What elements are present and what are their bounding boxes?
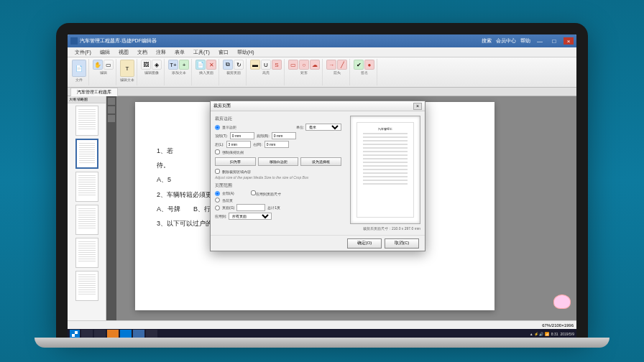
rect-icon[interactable]: ▭ (288, 60, 298, 70)
page-thumb-6[interactable] (75, 271, 98, 301)
page-thumb-2[interactable] (75, 139, 98, 169)
right-input[interactable] (264, 141, 289, 148)
edit-text-icon[interactable]: T (120, 60, 134, 77)
cancel-button[interactable]: 取消(C) (385, 238, 419, 249)
select-icon[interactable]: ▭ (104, 60, 114, 70)
cloud-icon[interactable]: ☁ (310, 60, 320, 70)
zoom-indicator[interactable]: 67%/2100×1996 (542, 323, 574, 328)
clock-date: 2019/5/9 (561, 332, 574, 336)
mascot-icon[interactable] (553, 294, 571, 309)
hand-icon[interactable]: ✋ (93, 60, 103, 70)
maximize-button[interactable]: □ (549, 37, 559, 45)
crop-page-icon[interactable]: ⧉ (223, 60, 233, 70)
task-app-2[interactable] (120, 330, 132, 338)
help-link[interactable]: 帮助 (520, 37, 530, 45)
ellipse-icon[interactable]: ○ (299, 60, 309, 70)
insert-page-icon[interactable]: 📄 (196, 60, 206, 70)
set-selection-button[interactable]: 设为选择框 (300, 157, 341, 166)
menu-window[interactable]: 窗口 (214, 47, 233, 57)
status-bar: 67%/2100×1996 (68, 320, 576, 329)
close-button[interactable]: × (564, 37, 574, 45)
menu-file[interactable]: 文件(F) (70, 47, 96, 57)
document-view[interactable]: 1、若（ C ）的无赔偿优 待。 A、5 2、车辆转籍必须更换（ D ）。 A、… (106, 96, 576, 329)
crop-page-dialog: 裁剪页面 × 裁剪边距 显示边距 单位: 毫米 顶部(T): (210, 101, 426, 251)
hint-text: Adjust size of the paper.Media Size to t… (215, 175, 341, 180)
sign-icon[interactable]: ✔ (354, 60, 364, 70)
pages-radio[interactable] (215, 205, 220, 210)
line-icon[interactable]: ╱ (337, 60, 347, 70)
preview-size-label: 裁剪后页面尺寸：210.0 x 297.0 mm (350, 226, 420, 231)
add-text-icon[interactable]: T+ (168, 60, 178, 70)
ok-button[interactable]: 确定(O) (347, 238, 382, 249)
highlight-icon[interactable]: ▬ (250, 60, 260, 70)
vtool-1[interactable] (108, 98, 115, 105)
view-toolbar (106, 96, 116, 329)
page-thumb-3[interactable] (75, 172, 98, 202)
menu-help[interactable]: 帮助(H) (233, 47, 259, 57)
add-image-icon[interactable]: + (179, 60, 189, 70)
all-pages-radio[interactable] (215, 191, 220, 196)
menu-view[interactable]: 视图 (114, 47, 133, 57)
doc-title: 汽车管理工程题库 (80, 37, 120, 45)
minimize-button[interactable]: — (535, 37, 545, 45)
clock-time[interactable]: 8:31 (551, 332, 558, 336)
dialog-close-button[interactable]: × (413, 103, 422, 110)
top-input[interactable] (230, 132, 254, 139)
task-search[interactable] (81, 330, 93, 338)
pages-input[interactable] (236, 204, 265, 211)
edit-image-icon[interactable]: 🖼 (141, 60, 151, 70)
delete-crop-check[interactable] (215, 169, 220, 174)
apply-to-select[interactable]: 所有页面 (229, 213, 272, 220)
task-app-1[interactable] (107, 330, 119, 338)
crop-preview: 汽车管理工 (350, 116, 420, 224)
left-input[interactable] (226, 141, 251, 148)
menu-tools[interactable]: 工具(T) (189, 47, 214, 57)
stamp-icon[interactable]: ● (364, 60, 374, 70)
menu-edit[interactable]: 编辑 (96, 47, 114, 57)
menu-form[interactable]: 表单 (170, 47, 189, 57)
keep-ratio-check[interactable] (215, 149, 220, 154)
current-page-radio[interactable] (215, 198, 220, 203)
app-name: 迅捷PDF编辑器 (121, 37, 157, 45)
vtool-3[interactable] (108, 115, 115, 122)
ribbon-toolbar: 📄文件 ✋▭编辑 T编辑文本 🖼◈编辑图像 T++添加文本 📄✕插入页面 ⧉↻裁… (68, 57, 576, 88)
dialog-title: 裁剪页面 (213, 103, 231, 109)
reset-zero-button[interactable]: 归为零 (215, 157, 256, 166)
menu-bar: 文件(F) 编辑 视图 文档 注释 表单 工具(T) 窗口 帮助(H) (68, 47, 576, 57)
file-icon[interactable]: 📄 (72, 60, 86, 77)
dialog-titlebar[interactable]: 裁剪页面 × (211, 101, 425, 111)
apply-size-check[interactable] (251, 190, 256, 195)
sidebar-head: 大纲 缩略图 (68, 96, 106, 103)
member-link[interactable]: 会员中心 (496, 37, 516, 45)
document-tab-bar: 汽车管理工程题库 (68, 88, 576, 96)
tray-icons[interactable]: ▲ ⚡ 🔊 📶 (530, 332, 549, 336)
menu-comment[interactable]: 注释 (152, 47, 170, 57)
arrow-icon[interactable]: → (326, 60, 336, 70)
title-bar: 汽车管理工程题库 · 迅捷PDF编辑器 搜索 会员中心 帮助 — □ × (68, 34, 576, 47)
thumbnail-panel: 大纲 缩略图 缩略图 (68, 96, 106, 329)
task-app-3[interactable] (133, 330, 144, 338)
crop-margin-label: 裁剪边距 (215, 116, 341, 122)
rotate-page-icon[interactable]: ↻ (234, 60, 244, 70)
delete-page-icon[interactable]: ✕ (206, 60, 216, 70)
page-thumb-5[interactable] (75, 238, 98, 268)
underline-icon[interactable]: U (261, 60, 271, 70)
windows-taskbar: ▲ ⚡ 🔊 📶 8:31 2019/5/9 (68, 329, 576, 339)
show-margin-radio[interactable] (215, 125, 220, 130)
remove-white-button[interactable]: 移除白边距 (258, 157, 299, 166)
unit-select[interactable]: 毫米 (305, 124, 341, 131)
task-app-4[interactable] (146, 330, 157, 338)
bottom-input[interactable] (272, 132, 296, 139)
page-range-label: 页面范围 (215, 182, 341, 189)
start-button[interactable] (70, 330, 80, 338)
strikeout-icon[interactable]: S (272, 60, 282, 70)
doc-tab[interactable]: 汽车管理工程题库 (70, 88, 118, 96)
search-link[interactable]: 搜索 (482, 37, 492, 45)
menu-document[interactable]: 文档 (133, 47, 152, 57)
edit-object-icon[interactable]: ◈ (152, 60, 162, 70)
page-thumb-4[interactable] (75, 205, 98, 235)
page-thumb-1[interactable] (75, 106, 98, 136)
app-icon (70, 37, 78, 45)
vtool-2[interactable] (108, 106, 115, 113)
task-cortana[interactable] (94, 330, 106, 338)
